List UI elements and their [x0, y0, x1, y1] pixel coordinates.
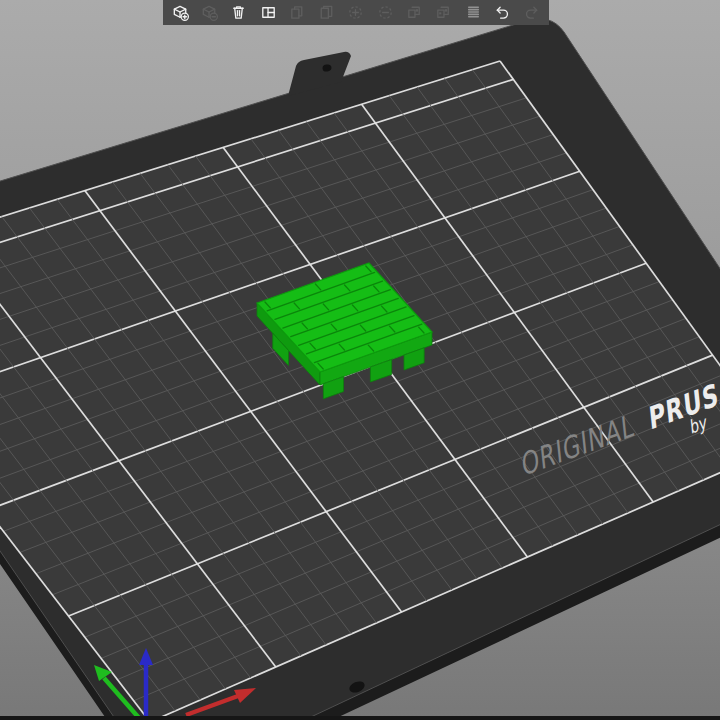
layers-icon [464, 3, 483, 22]
add-instance-button[interactable] [344, 1, 368, 24]
copy-icon [288, 3, 307, 22]
variable-layer-height-button[interactable] [461, 1, 485, 24]
viewport-bottom-edge [0, 716, 720, 720]
viewport-3d[interactable]: ORIGINAL PRUSA by [0, 0, 720, 720]
slicer-3d-scene: ORIGINAL PRUSA by [0, 0, 720, 720]
remove-instance-button[interactable] [373, 1, 397, 24]
paste-icon [317, 3, 336, 22]
add-object-icon [171, 3, 190, 22]
paste-button[interactable] [315, 1, 339, 24]
split-to-parts-button[interactable] [432, 1, 456, 24]
split-parts-icon [434, 3, 453, 22]
redo-button[interactable] [520, 1, 544, 24]
undo-button[interactable] [490, 1, 514, 24]
redo-icon [522, 3, 541, 22]
delete-all-icon [229, 3, 248, 22]
undo-icon [493, 3, 512, 22]
add-object-button[interactable] [168, 1, 192, 24]
split-objects-icon [405, 3, 424, 22]
arrange-icon [259, 3, 278, 22]
arrange-button[interactable] [256, 1, 280, 24]
remove-instance-icon [376, 3, 395, 22]
delete-object-icon [200, 3, 219, 22]
delete-object-button[interactable] [198, 1, 222, 24]
split-to-objects-button[interactable] [403, 1, 427, 24]
main-toolbar [163, 0, 549, 25]
copy-button[interactable] [285, 1, 309, 24]
delete-all-button[interactable] [227, 1, 251, 24]
add-instance-icon [346, 3, 365, 22]
